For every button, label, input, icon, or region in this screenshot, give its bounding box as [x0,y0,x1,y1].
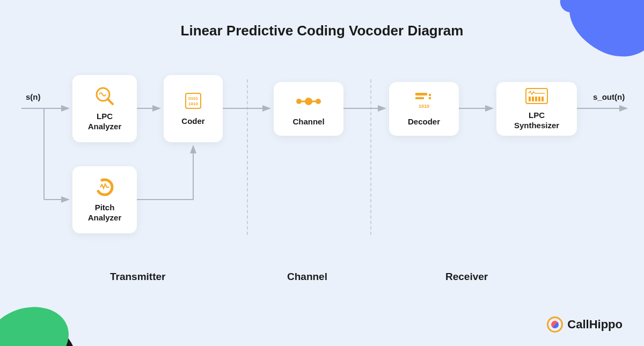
arrows-layer [0,0,644,346]
brand-name: CallHippo [567,318,623,332]
brand-logo: CallHippo [547,316,623,333]
diagram-canvas: s(n) s_out(n) LPCAnalyzer PitchAnalyzer … [0,0,644,346]
brand-logo-icon [547,316,563,333]
